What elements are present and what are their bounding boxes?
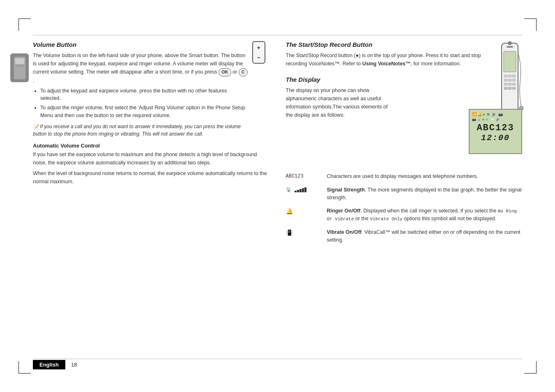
main-content: Volume Button + − The Volume button is o…: [33, 41, 522, 351]
display-desc-signal: Signal Strength. The more segments displ…: [327, 186, 523, 202]
period-text: .: [33, 78, 34, 83]
lcd-signal-icon: 📶: [472, 112, 477, 117]
bullet-2: To adjust the ringer volume, first selec…: [40, 104, 249, 120]
reg-line-tl-v: [18, 18, 19, 31]
signal-strength-label: Signal Strength: [327, 187, 365, 193]
signal-bar-3: [299, 189, 302, 192]
display-symbol-signal: 📡: [286, 186, 319, 193]
phone-thumbnail: [10, 53, 29, 82]
page: Volume Button + − The Volume button is o…: [0, 0, 555, 392]
record-body-end: , for more information.: [411, 61, 461, 67]
bullet-1: To adjust the keypad and earpiece volume…: [40, 87, 249, 103]
ringer-label: Ringer On/Off: [327, 208, 361, 214]
lcd-icon-row-text: 📷 △ ✉ ☑ 📨 🔊: [472, 118, 500, 121]
reg-line-bl-v: [18, 361, 19, 374]
auto-vol-para-2: When the level of background noise retur…: [33, 169, 269, 186]
note-text: If you receive a call and you do not wan…: [33, 124, 241, 137]
display-section: The Display 📶 🔔 ✉ ⊠ 🔊 📷 📷 △ ✉ ☑ 📨 🔊 ABC1…: [286, 76, 523, 119]
lcd-status-bar: 📶 🔔 ✉ ⊠ 🔊 📷: [472, 112, 519, 117]
display-desc-vibrate: Vibrate On/Off. VibraCall™ will be switc…: [327, 228, 523, 244]
auto-vol-para-1: If you have set the earpiece volume to m…: [33, 150, 269, 167]
record-button-body: The Start/Stop Record button (●) is on t…: [286, 51, 492, 68]
signal-antenna-icon: 📡: [286, 187, 292, 192]
phone-btn-small-3: [22, 65, 24, 67]
left-column: Volume Button + − The Volume button is o…: [33, 41, 269, 351]
footer-language: English: [33, 360, 65, 369]
display-row-abc: ABC123 Characters are used to display me…: [286, 173, 523, 180]
lcd-bell-icon: 🔔: [477, 112, 482, 117]
signal-bar-2: [297, 190, 299, 192]
lcd-icon-row: 📷 △ ✉ ☑ 📨 🔊: [472, 118, 519, 121]
volume-button-illustration: + −: [252, 41, 265, 64]
reg-line-br-v: [536, 361, 537, 374]
display-row-vibrate: 📳 Vibrate On/Off. VibraCall™ will be swi…: [286, 228, 523, 244]
auto-volume-section: Automatic Volume Control If you have set…: [33, 143, 269, 186]
record-button-section: The Start/Stop Record Button The Start/S…: [286, 41, 523, 68]
reg-line-bl-h: [18, 373, 31, 374]
note-icon: 📝: [33, 124, 39, 129]
vibrate-only-code: Vibrate Only: [370, 217, 402, 221]
phone-btn-small-2: [18, 65, 21, 67]
reg-line-tr-h: [524, 18, 537, 19]
display-row-ringer: 🔔 Ringer On/Off. Displayed when the call…: [286, 207, 523, 223]
signal-bars: [295, 187, 306, 192]
bottom-separator: [33, 359, 522, 359]
vol-plus-icon: +: [257, 44, 260, 51]
display-table: ABC123 Characters are used to display me…: [286, 173, 523, 244]
vibrate-label: Vibrate On/Off: [327, 229, 362, 235]
volume-button-title: Volume Button: [33, 41, 249, 48]
lcd-main-text: ABC123: [472, 123, 519, 133]
phone-btn-row: [15, 65, 24, 67]
lcd-icons-misc: ✉ ⊠ 🔊 📷: [483, 112, 503, 117]
reg-line-tr-v: [536, 18, 537, 31]
phone-btn-small-1: [15, 65, 18, 67]
display-desc-para: The display on your phone can show alpha…: [286, 86, 393, 119]
phone-thumb-inner: [14, 57, 25, 79]
display-desc-abc: Characters are used to display messages …: [327, 173, 523, 180]
volume-bullet-list: To adjust the keypad and earpiece volume…: [40, 87, 249, 120]
record-button-title: The Start/Stop Record Button: [286, 41, 492, 48]
two-column-layout: Volume Button + − The Volume button is o…: [33, 41, 522, 351]
ringer-bell-icon: 🔔: [286, 208, 293, 215]
display-title: The Display: [286, 76, 523, 83]
page-footer: English 18: [33, 360, 522, 369]
display-body-text: The display on your phone can show alpha…: [286, 86, 393, 119]
display-row-signal: 📡 Signal Strength. The more segments dis…: [286, 186, 523, 202]
signal-bar-5: [304, 187, 306, 192]
top-separator: [33, 35, 522, 35]
svg-rect-1: [504, 51, 516, 72]
display-desc-ringer: Ringer On/Off. Displayed when the call r…: [327, 207, 523, 223]
ringer-desc-mid: or the: [355, 216, 368, 221]
record-body-para: The Start/Stop Record button (●) is on t…: [286, 51, 492, 68]
ringer-desc-1: . Displayed when the call ringer is sele…: [360, 208, 496, 214]
signal-bar-4: [302, 188, 304, 192]
record-body-prefix: The Start/Stop Record button (: [286, 53, 356, 58]
signal-bar-1: [295, 191, 297, 192]
lcd-display: 📶 🔔 ✉ ⊠ 🔊 📷 📷 △ ✉ ☑ 📨 🔊 ABC123 12:00: [469, 109, 522, 154]
c-button-inline: C: [239, 68, 248, 76]
svg-rect-2: [507, 46, 513, 48]
vibrate-icon: 📳: [286, 230, 293, 236]
volume-body-para: The Volume button is on the left-hand si…: [33, 51, 249, 85]
lcd-time-text: 12:00: [472, 133, 519, 143]
display-symbol-vibrate: 📳: [286, 228, 319, 236]
using-voicenotes-ref: Using VoiceNotes™: [362, 61, 411, 67]
footer-page-number: 18: [71, 362, 77, 368]
auto-volume-title: Automatic Volume Control: [33, 143, 269, 149]
reg-line-br-h: [524, 373, 537, 374]
vol-minus-icon: −: [257, 54, 260, 61]
volume-button-section: Volume Button + − The Volume button is o…: [33, 41, 269, 138]
volume-button-body: The Volume button is on the left-hand si…: [33, 51, 249, 138]
right-column: The Start/Stop Record Button The Start/S…: [286, 41, 523, 351]
auto-volume-body: If you have set the earpiece volume to m…: [33, 150, 269, 186]
ringer-desc-end: options this symbol will not be displaye…: [404, 216, 496, 221]
display-symbol-ringer: 🔔: [286, 207, 319, 215]
note-block: 📝 If you receive a call and you do not w…: [33, 123, 249, 138]
phone-screen-small: [15, 58, 24, 64]
svg-point-15: [508, 42, 511, 45]
ok-button-inline: OK: [219, 68, 231, 76]
display-symbol-abc: ABC123: [286, 173, 319, 179]
reg-line-tl-h: [18, 18, 31, 19]
or-text: or: [233, 69, 239, 75]
